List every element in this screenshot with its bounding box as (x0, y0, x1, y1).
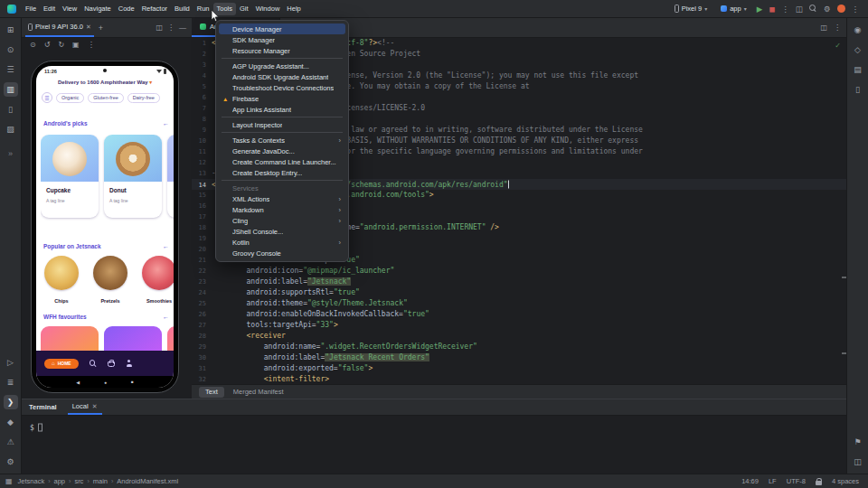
filter-chip-dairy-free[interactable]: Dairy-free (127, 93, 160, 103)
android-studio-logo[interactable] (7, 5, 16, 14)
phone-device[interactable]: 11:26 Delivery to 1600 Amphitheater Way … (31, 61, 179, 393)
tools-menu-item-device-manager[interactable]: Device Manager (219, 23, 345, 34)
snack-card-partial[interactable] (167, 135, 174, 218)
terminal-output[interactable]: $ (22, 416, 848, 432)
terminal-tab-local[interactable]: Local ✕ (68, 399, 102, 415)
device-explorer-icon[interactable]: ▤ (851, 62, 865, 77)
tools-menu-item-layout-inspector[interactable]: Layout Inspector (219, 119, 345, 130)
project-icon[interactable]: ⊞ (4, 23, 18, 37)
ide-settings-icon[interactable]: ⚙ (4, 455, 18, 469)
tools-menu-item-resource-manager[interactable]: Resource Manager (219, 45, 345, 56)
run-config-selector[interactable]: app▾ (717, 3, 750, 14)
tools-menu-item-troubleshoot-device-connections[interactable]: Troubleshoot Device Connections (219, 82, 345, 93)
menu-build[interactable]: Build (171, 3, 193, 15)
tab-merged-manifest[interactable]: Merged Manifest (227, 387, 290, 398)
nav-cart-icon[interactable] (108, 361, 115, 367)
more-tool-windows-icon[interactable]: » (8, 149, 13, 158)
close-icon[interactable]: ✕ (92, 403, 98, 410)
stop-button-icon[interactable]: ◼ (769, 5, 775, 14)
phone-screen[interactable]: 11:26 Delivery to 1600 Amphitheater Way … (36, 66, 174, 388)
split-editor-icon[interactable]: ◫ (820, 23, 827, 32)
breadcrumb-app[interactable]: app (54, 477, 66, 485)
settings-gear-icon[interactable]: ⚙ (824, 5, 831, 14)
breadcrumb-main[interactable]: main (93, 477, 108, 485)
emulator-icon[interactable]: ▯ (851, 82, 865, 97)
rotate-right-icon[interactable]: ↻ (58, 41, 64, 49)
power-icon[interactable]: ⊙ (30, 41, 36, 49)
menu-code[interactable]: Code (115, 3, 138, 15)
logcat-icon[interactable]: ≣ (4, 375, 18, 389)
snack-card-cupcake[interactable]: CupcakeA tag line (41, 135, 99, 218)
add-device-button[interactable]: + (99, 23, 103, 33)
filter-chip-gluten-free[interactable]: Gluten-free (88, 93, 124, 103)
breadcrumb-androidmanifest-xml[interactable]: AndroidManifest.xml (117, 477, 178, 485)
window-menu-icon[interactable]: ⋮ (852, 5, 860, 14)
popular-item-smoothies[interactable]: Smoothies (141, 256, 174, 306)
tools-menu-item-groovy-console[interactable]: Groovy Console (219, 248, 345, 258)
device-manager-icon[interactable]: ▯ (4, 102, 18, 117)
running-devices-icon[interactable]: ▥ (4, 82, 18, 97)
structure-icon[interactable]: ☰ (4, 62, 18, 77)
hide-panel-icon[interactable]: — (179, 23, 186, 32)
filter-chip-organic[interactable]: Organic (56, 93, 84, 103)
gradle-icon[interactable]: ◇ (851, 42, 865, 57)
filter-button[interactable]: ☰ (42, 92, 52, 103)
readonly-lock-icon[interactable] (816, 478, 822, 485)
tool-windows-icon[interactable]: ▦ (5, 477, 13, 485)
rotate-left-icon[interactable]: ↺ (44, 41, 51, 49)
menu-file[interactable]: File (22, 3, 40, 15)
caret-position[interactable]: 14:69 (741, 477, 759, 485)
editor-options-icon[interactable]: ⋮ (834, 23, 841, 32)
tools-menu-item-tasks-contexts[interactable]: Tasks & Contexts› (219, 135, 345, 145)
nav-home-button[interactable]: ⌂ HOME (44, 359, 79, 369)
android-recents-button[interactable]: ■ (131, 380, 134, 384)
bookmarks-icon[interactable]: ⚑ (851, 435, 865, 449)
android-home-button[interactable]: ● (104, 380, 107, 385)
arrow-icon[interactable]: ← (163, 243, 169, 249)
line-ending[interactable]: LF (769, 477, 777, 485)
split-panel-icon[interactable]: ◫ (156, 23, 163, 32)
snack-card-donut[interactable]: DonutA tag line (104, 135, 162, 218)
terminal-tool-icon[interactable]: ❯ (4, 395, 18, 409)
tools-menu-item-cling[interactable]: Cling› (219, 215, 345, 226)
run-tool-icon[interactable]: ▷ (4, 355, 18, 370)
resource-manager-icon[interactable]: ▨ (4, 122, 18, 136)
device-selector[interactable]: Pixel 9▾ (671, 3, 712, 14)
menu-git[interactable]: Git (236, 3, 252, 15)
tools-menu-item-jshell-console[interactable]: JShell Console... (219, 226, 345, 237)
menu-refactor[interactable]: Refactor (138, 3, 171, 15)
tools-menu-item-firebase[interactable]: ▲Firebase (219, 93, 345, 104)
tools-menu-item-agp-upgrade-assistant[interactable]: AGP Upgrade Assistant... (219, 61, 345, 71)
run-button-icon[interactable]: ▶ (757, 5, 763, 14)
tools-menu-item-xml-actions[interactable]: XML Actions› (219, 193, 345, 204)
layers-icon[interactable]: ◫ (851, 455, 865, 469)
problems-icon[interactable]: ⚠ (4, 435, 18, 449)
tools-menu-item-create-command-line-launcher[interactable]: Create Command Line Launcher... (219, 156, 345, 167)
menu-edit[interactable]: Edit (40, 3, 59, 15)
delivery-address[interactable]: Delivery to 1600 Amphitheater Way ▾ (36, 80, 174, 85)
indent-setting[interactable]: 4 spaces (832, 477, 859, 485)
menu-help[interactable]: Help (283, 3, 304, 15)
file-encoding[interactable]: UTF-8 (787, 477, 806, 485)
device-tab[interactable]: Pixel 9 API 36.0 ✕ (25, 18, 94, 37)
nav-profile-icon[interactable] (126, 360, 133, 367)
tools-menu-item-android-sdk-upgrade-assistant[interactable]: Android SDK Upgrade Assistant (219, 71, 345, 82)
tools-menu-item-app-links-assistant[interactable]: App Links Assistant (219, 104, 345, 115)
arrow-icon[interactable]: ← (163, 120, 169, 127)
notifications-icon[interactable]: ◉ (851, 23, 865, 37)
inspections-ok-icon[interactable]: ✓ (835, 42, 841, 50)
android-back-button[interactable]: ◀ (76, 380, 80, 385)
more-actions-icon[interactable]: ⋮ (781, 5, 789, 14)
tools-menu-item-kotlin[interactable]: Kotlin› (219, 237, 345, 248)
tools-menu-item-generate-javadoc[interactable]: Generate JavaDoc... (219, 145, 345, 156)
breadcrumb-jetsnack[interactable]: Jetsnack (18, 477, 45, 485)
close-device-tab-icon[interactable]: ✕ (86, 23, 91, 31)
menu-navigate[interactable]: Navigate (80, 3, 115, 15)
profile-avatar[interactable] (837, 5, 845, 13)
tools-menu-item-create-desktop-entry[interactable]: Create Desktop Entry... (219, 167, 345, 178)
tools-menu-item-sdk-manager[interactable]: SDK Manager (219, 34, 345, 45)
panel-options-icon[interactable]: ⋮ (167, 23, 175, 32)
layout-windows-icon[interactable]: ◫ (796, 5, 803, 14)
version-control-icon[interactable]: ◆ (4, 415, 18, 429)
commit-icon[interactable]: ⊙ (4, 42, 18, 57)
